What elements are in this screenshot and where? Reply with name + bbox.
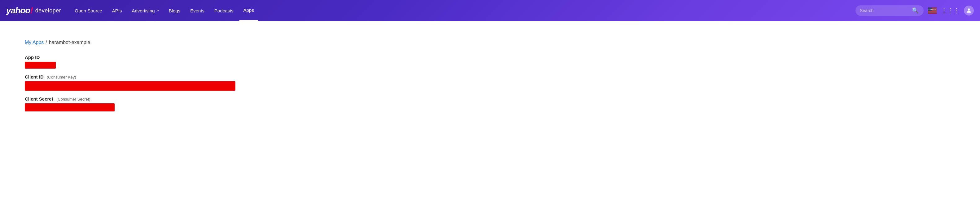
nav-apis[interactable]: APIs bbox=[108, 0, 126, 21]
svg-text:★★★★★★: ★★★★★★ bbox=[928, 9, 936, 11]
svg-rect-9 bbox=[928, 12, 937, 13]
breadcrumb-my-apps-link[interactable]: My Apps bbox=[25, 40, 44, 45]
search-box[interactable]: 🔍 bbox=[856, 5, 924, 16]
search-input[interactable] bbox=[860, 8, 909, 13]
client-id-label: Client ID (Consumer Key) bbox=[25, 74, 272, 80]
grid-icon[interactable]: ⋮⋮⋮ bbox=[941, 7, 959, 14]
client-id-value bbox=[25, 81, 235, 91]
client-secret-sublabel: (Consumer Secret) bbox=[56, 97, 91, 101]
svg-point-15 bbox=[968, 8, 970, 11]
nav-apps[interactable]: Apps bbox=[239, 0, 258, 21]
svg-rect-10 bbox=[928, 12, 937, 13]
external-link-icon: ↗ bbox=[156, 9, 159, 13]
main-nav: Open Source APIs Advertising ↗ Blogs Eve… bbox=[70, 0, 856, 21]
svg-rect-11 bbox=[928, 13, 937, 13]
app-id-field-group: App ID bbox=[25, 54, 272, 69]
main-content: My Apps / harambot-example App ID Client… bbox=[0, 21, 980, 124]
nav-podcasts[interactable]: Podcasts bbox=[210, 0, 238, 21]
client-id-sublabel: (Consumer Key) bbox=[47, 75, 76, 80]
client-secret-value bbox=[25, 103, 115, 111]
yahoo-logo: yahoo! bbox=[6, 6, 33, 16]
svg-rect-12 bbox=[928, 13, 937, 14]
nav-events[interactable]: Events bbox=[186, 0, 209, 21]
breadcrumb-separator: / bbox=[46, 40, 47, 45]
app-id-label: App ID bbox=[25, 54, 272, 60]
client-secret-field-group: Client Secret (Consumer Secret) bbox=[25, 96, 272, 111]
client-id-field-group: Client ID (Consumer Key) bbox=[25, 74, 272, 91]
svg-rect-7 bbox=[928, 11, 937, 11]
app-id-value bbox=[25, 62, 56, 69]
nav-open-source[interactable]: Open Source bbox=[70, 0, 106, 21]
svg-rect-8 bbox=[928, 11, 937, 12]
client-secret-label: Client Secret (Consumer Secret) bbox=[25, 96, 272, 101]
breadcrumb: My Apps / harambot-example bbox=[25, 40, 955, 45]
logo-area: yahoo! developer bbox=[6, 6, 61, 16]
header-right: 🔍 ★★★★★★ ⋮⋮⋮ bbox=[856, 5, 974, 16]
breadcrumb-current: harambot-example bbox=[49, 40, 90, 45]
nav-blogs[interactable]: Blogs bbox=[164, 0, 185, 21]
nav-advertising[interactable]: Advertising ↗ bbox=[127, 0, 163, 21]
header: yahoo! developer Open Source APIs Advert… bbox=[0, 0, 980, 21]
app-details-form: App ID Client ID (Consumer Key) Client S… bbox=[25, 54, 272, 111]
flag-icon[interactable]: ★★★★★★ bbox=[928, 8, 937, 14]
search-icon[interactable]: 🔍 bbox=[912, 7, 919, 14]
user-avatar[interactable] bbox=[964, 6, 974, 16]
developer-label: developer bbox=[35, 8, 61, 14]
